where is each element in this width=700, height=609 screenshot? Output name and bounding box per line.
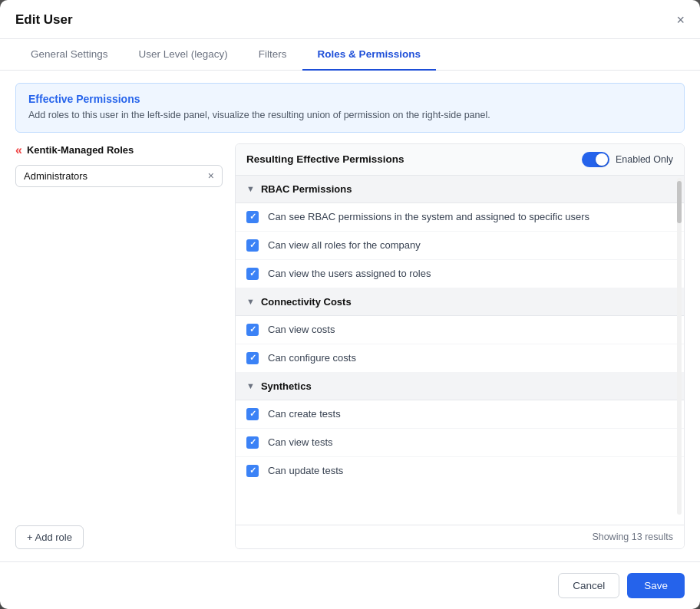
chevron-down-icon: ▼ <box>246 381 255 390</box>
banner-description: Add roles to this user in the left-side … <box>28 108 672 123</box>
perm-item: Can see RBAC permissions in the system a… <box>236 203 684 232</box>
category-rbac-label: RBAC Permissions <box>261 183 352 195</box>
perm-label: Can view tests <box>268 436 333 448</box>
checkbox-checked[interactable] <box>246 211 259 223</box>
enabled-only-toggle[interactable] <box>582 152 609 167</box>
perm-label: Can update tests <box>268 465 343 476</box>
tabs-bar: General Settings User Level (legacy) Fil… <box>0 39 700 71</box>
checkbox-checked[interactable] <box>246 239 259 252</box>
tab-roles-permissions[interactable]: Roles & Permissions <box>302 39 436 71</box>
role-input-value: Administrators <box>24 170 203 182</box>
modal-footer: Cancel Save <box>0 561 700 609</box>
category-connectivity-costs-label: Connectivity Costs <box>261 296 352 308</box>
save-button[interactable]: Save <box>627 573 685 598</box>
checkbox-checked[interactable] <box>246 352 259 364</box>
left-panel-title: « Kentik-Managed Roles <box>15 143 223 157</box>
perm-label: Can see RBAC permissions in the system a… <box>268 211 589 222</box>
perm-item: Can update tests <box>236 457 684 485</box>
chevron-down-icon: ▼ <box>246 184 255 193</box>
perm-item: Can create tests <box>236 400 684 429</box>
right-panel-header: Resulting Effective Permissions Enabled … <box>236 144 684 176</box>
right-panel-title: Resulting Effective Permissions <box>246 153 404 165</box>
perm-label: Can create tests <box>268 408 341 420</box>
kentik-icon: « <box>15 143 22 157</box>
modal-body: Effective Permissions Add roles to this … <box>0 71 700 561</box>
tab-filters[interactable]: Filters <box>243 39 302 71</box>
role-input-row: Administrators × <box>15 165 223 187</box>
category-rbac[interactable]: ▼ RBAC Permissions <box>236 176 684 203</box>
tab-user-level[interactable]: User Level (legacy) <box>124 39 243 71</box>
edit-user-modal: Edit User × General Settings User Level … <box>0 0 700 609</box>
checkbox-checked[interactable] <box>246 324 259 336</box>
checkbox-checked[interactable] <box>246 408 259 420</box>
category-synthetics[interactable]: ▼ Synthetics <box>236 373 684 400</box>
effective-permissions-banner: Effective Permissions Add roles to this … <box>15 83 685 133</box>
add-role-button[interactable]: + Add role <box>15 525 84 549</box>
perm-item: Can configure costs <box>236 344 684 373</box>
perm-item: Can view tests <box>236 429 684 457</box>
perm-label: Can view costs <box>268 324 335 335</box>
perm-label: Can view the users assigned to roles <box>268 268 431 279</box>
banner-title: Effective Permissions <box>28 93 672 105</box>
content-area: « Kentik-Managed Roles Administrators × … <box>15 143 685 549</box>
permissions-list: ▼ RBAC Permissions Can see RBAC permissi… <box>236 176 684 525</box>
scrollbar-thumb[interactable] <box>677 181 682 223</box>
perm-label: Can configure costs <box>268 352 356 364</box>
perm-item: Can view costs <box>236 316 684 344</box>
category-connectivity-costs[interactable]: ▼ Connectivity Costs <box>236 288 684 316</box>
modal-title: Edit User <box>15 12 73 38</box>
scrollbar-track <box>677 178 682 515</box>
right-panel: Resulting Effective Permissions Enabled … <box>235 143 685 549</box>
clear-role-button[interactable]: × <box>208 170 214 181</box>
close-button[interactable]: × <box>676 13 685 38</box>
chevron-down-icon: ▼ <box>246 297 255 306</box>
perm-label: Can view all roles for the company <box>268 239 421 251</box>
toggle-label: Enabled Only <box>616 154 673 165</box>
left-panel: « Kentik-Managed Roles Administrators × … <box>15 143 223 549</box>
perm-item: Can view all roles for the company <box>236 232 684 260</box>
modal-header: Edit User × <box>0 0 700 39</box>
checkbox-checked[interactable] <box>246 268 259 280</box>
toggle-row: Enabled Only <box>582 152 673 167</box>
tab-general-settings[interactable]: General Settings <box>15 39 124 71</box>
checkbox-checked[interactable] <box>246 436 259 449</box>
cancel-button[interactable]: Cancel <box>558 573 619 598</box>
results-footer: Showing 13 results <box>236 525 684 548</box>
perm-item: Can view the users assigned to roles <box>236 260 684 288</box>
checkbox-checked[interactable] <box>246 465 259 477</box>
category-synthetics-label: Synthetics <box>261 380 312 392</box>
